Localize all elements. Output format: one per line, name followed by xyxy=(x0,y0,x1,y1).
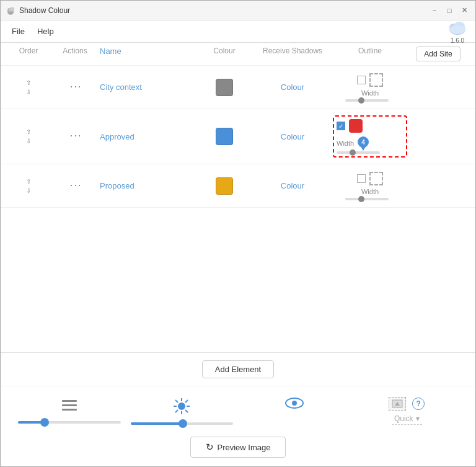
width-label-proposed: Width xyxy=(361,188,379,195)
add-site-button[interactable]: Add Site xyxy=(416,47,460,61)
table-row: ⇧ ⇩ ⋮ Proposed Colour Width xyxy=(1,164,475,208)
svg-point-23 xyxy=(292,401,297,406)
cloud-icon xyxy=(447,19,468,36)
actions-dots-city[interactable]: ⋮ xyxy=(68,82,82,92)
outline-col-proposed: Width xyxy=(333,169,407,203)
outline-top-city xyxy=(357,73,383,87)
add-element-button[interactable]: Add Element xyxy=(202,360,274,378)
sun-slider-row xyxy=(126,422,239,425)
sun-svg xyxy=(172,397,191,416)
order-down-approved[interactable]: ⇩ xyxy=(24,137,33,145)
width-label-city: Width xyxy=(361,89,379,97)
receive-col-city: Colour xyxy=(252,82,333,92)
layers-control-group xyxy=(13,399,126,424)
width-slider-city[interactable] xyxy=(345,99,389,102)
width-label-approved: Width xyxy=(337,140,354,147)
colour-swatch-approved[interactable] xyxy=(216,128,233,145)
sun-slider-thumb xyxy=(178,419,187,428)
map-pin-icon: 4 xyxy=(356,135,370,151)
add-site-col: Add Site xyxy=(407,47,469,61)
outline-dashed-proposed[interactable] xyxy=(369,172,383,185)
thumbnail-svg xyxy=(392,399,403,408)
preview-btn-label: Preview Image xyxy=(218,443,271,452)
layers-svg xyxy=(61,399,78,412)
bottom-section: Add Element xyxy=(1,352,475,466)
rows-area: ⇧ ⇩ ⋮ City context Colour Width xyxy=(1,66,475,352)
app-icon xyxy=(6,6,15,16)
right-icons-row: ? xyxy=(389,397,425,411)
main-content: Order Actions Name Colour Receive Shadow… xyxy=(1,43,475,466)
outline-width-row-approved: Width 4 xyxy=(337,135,403,151)
title-bar: Shadow Colour − □ ✕ xyxy=(1,1,475,20)
highlight-box-approved: ✓ Width 4 xyxy=(333,115,407,158)
receive-col-approved: Colour xyxy=(252,132,333,141)
outline-check-approved[interactable]: ✓ xyxy=(337,122,345,130)
header-name: Name xyxy=(100,47,196,61)
order-down-city[interactable]: ⇩ xyxy=(24,88,33,96)
row-name-approved: Approved xyxy=(100,132,196,141)
row-name-city: City context xyxy=(100,82,196,92)
svg-line-21 xyxy=(175,410,178,412)
title-bar-controls: − □ ✕ xyxy=(428,4,470,17)
width-slider-proposed[interactable] xyxy=(345,198,389,200)
svg-rect-10 xyxy=(62,400,77,402)
app-window: Shadow Colour − □ ✕ File Help 1.6.0 xyxy=(0,0,476,467)
svg-text:4: 4 xyxy=(361,139,365,146)
layers-slider-track[interactable] xyxy=(18,421,121,424)
help-question-icon[interactable]: ? xyxy=(412,398,425,410)
app-version-area: 1.6.0 xyxy=(447,19,468,44)
outline-col-city: Width xyxy=(333,71,407,104)
preview-image-button[interactable]: ↻ Preview Image xyxy=(190,437,286,458)
order-up-proposed[interactable]: ⇧ xyxy=(24,177,33,185)
sun-slider-track[interactable] xyxy=(131,422,234,425)
sun-control-group xyxy=(126,397,239,425)
slider-thumb-proposed xyxy=(358,196,364,202)
outline-check-proposed[interactable] xyxy=(357,174,366,183)
quick-dropdown[interactable]: Quick ▾ xyxy=(392,413,422,425)
restore-button[interactable]: □ xyxy=(443,4,456,17)
outline-dashed-city[interactable] xyxy=(369,73,383,87)
eye-svg xyxy=(284,396,304,410)
close-button[interactable]: ✕ xyxy=(458,4,470,17)
order-up-approved[interactable]: ⇧ xyxy=(24,128,33,136)
refresh-icon: ↻ xyxy=(206,442,214,453)
sun-icon xyxy=(172,397,191,417)
title-bar-title: Shadow Colour xyxy=(19,6,428,15)
minimize-button[interactable]: − xyxy=(428,4,441,17)
preview-thumbnail-icon xyxy=(389,397,406,411)
layers-slider-thumb xyxy=(40,418,49,427)
menu-bar: File Help 1.6.0 xyxy=(1,20,475,43)
colour-swatch-city[interactable] xyxy=(216,79,233,96)
colour-col-proposed xyxy=(196,177,252,195)
slider-row-proposed xyxy=(345,198,395,200)
layers-icon xyxy=(61,399,78,416)
slider-row-approved xyxy=(337,151,392,154)
header-actions: Actions xyxy=(50,47,100,61)
outline-check-city[interactable] xyxy=(357,76,366,84)
colour-swatch-proposed[interactable] xyxy=(216,177,233,195)
row-name-proposed: Proposed xyxy=(100,181,196,190)
menu-file[interactable]: File xyxy=(6,24,31,38)
colour-col-city xyxy=(196,79,252,96)
order-down-proposed[interactable]: ⇩ xyxy=(24,187,33,195)
add-element-row: Add Element xyxy=(1,353,475,386)
svg-line-18 xyxy=(175,400,178,403)
slider-thumb-approved xyxy=(350,149,356,156)
width-slider-approved[interactable] xyxy=(337,151,380,154)
right-controls: ? Quick ▾ xyxy=(351,397,464,425)
order-col-city: ⇧ ⇩ xyxy=(7,79,50,96)
map-pin-approved: 4 xyxy=(356,135,370,151)
actions-dots-proposed[interactable]: ⋮ xyxy=(68,181,82,191)
layers-slider-row xyxy=(13,421,126,424)
outline-colour-swatch-approved[interactable] xyxy=(349,119,363,133)
header-outline: Outline xyxy=(333,47,407,61)
svg-rect-12 xyxy=(62,409,77,411)
order-col-proposed: ⇧ ⇩ xyxy=(7,177,50,195)
actions-col-approved: ⋮ xyxy=(50,131,100,141)
menu-help[interactable]: Help xyxy=(31,24,60,38)
actions-dots-approved[interactable]: ⋮ xyxy=(68,131,82,141)
quick-label: Quick xyxy=(394,414,413,423)
svg-line-19 xyxy=(185,410,188,412)
svg-rect-11 xyxy=(62,404,77,406)
order-up-city[interactable]: ⇧ xyxy=(24,79,33,87)
